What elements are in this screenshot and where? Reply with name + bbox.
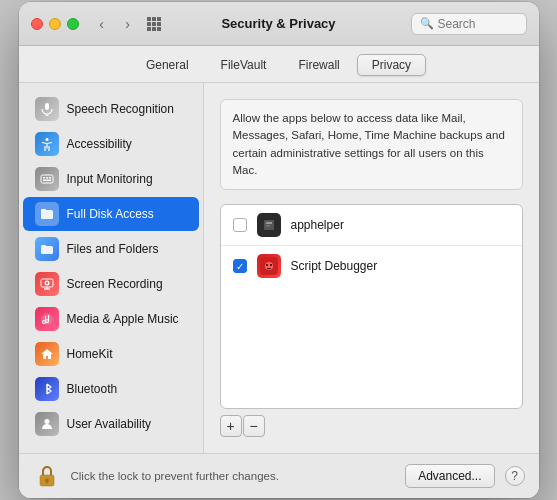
svg-point-26 (266, 264, 268, 266)
sidebar-item-accessibility[interactable]: Accessibility (23, 127, 199, 161)
search-input[interactable] (438, 17, 518, 31)
svg-rect-23 (266, 225, 270, 227)
window-title: Security & Privacy (221, 16, 335, 31)
forward-button[interactable]: › (117, 13, 139, 35)
add-app-button[interactable]: + (220, 415, 242, 437)
script-debugger-checkbox[interactable]: ✓ (233, 259, 247, 273)
svg-rect-10 (41, 209, 46, 212)
svg-rect-4 (41, 175, 53, 183)
svg-rect-32 (46, 481, 48, 484)
app-list: apphelper ✓ (220, 204, 523, 409)
footer: Click the lock to prevent further change… (19, 453, 539, 498)
apphelper-icon (257, 213, 281, 237)
nav-buttons: ‹ › (91, 13, 139, 35)
sidebar-item-bluetooth[interactable]: Bluetooth (23, 372, 199, 406)
sidebar-label-music: Media & Apple Music (67, 312, 179, 326)
sidebar-label-files: Files and Folders (67, 242, 159, 256)
sidebar-label-homekit: HomeKit (67, 347, 113, 361)
media-music-icon (35, 307, 59, 331)
maximize-button[interactable] (67, 18, 79, 30)
sidebar-item-input-monitoring[interactable]: Input Monitoring (23, 162, 199, 196)
tabs-bar: General FileVault Firewall Privacy (19, 46, 539, 83)
grid-icon (147, 17, 161, 31)
remove-app-button[interactable]: − (243, 415, 265, 437)
search-icon: 🔍 (420, 17, 434, 30)
app-item-apphelper: apphelper (221, 205, 522, 246)
sidebar-item-full-disk-access[interactable]: Full Disk Access (23, 197, 199, 231)
sidebar-item-screen-recording[interactable]: Screen Recording (23, 267, 199, 301)
tab-filevault[interactable]: FileVault (206, 54, 282, 76)
traffic-lights (31, 18, 79, 30)
apphelper-name: apphelper (291, 218, 344, 232)
script-debugger-name: Script Debugger (291, 259, 378, 273)
list-actions: + − (220, 415, 523, 437)
close-button[interactable] (31, 18, 43, 30)
sidebar-item-media-apple-music[interactable]: Media & Apple Music (23, 302, 199, 336)
grid-button[interactable] (143, 13, 165, 35)
sidebar-label-user: User Availability (67, 417, 151, 431)
full-disk-access-icon (35, 202, 59, 226)
tab-firewall[interactable]: Firewall (283, 54, 354, 76)
speech-recognition-icon (35, 97, 59, 121)
lock-icon[interactable] (33, 462, 61, 490)
screen-recording-icon (35, 272, 59, 296)
sidebar-label-fulldisk: Full Disk Access (67, 207, 154, 221)
svg-rect-6 (46, 177, 48, 179)
main-panel: Allow the apps below to access data like… (204, 83, 539, 453)
input-monitoring-icon (35, 167, 59, 191)
homekit-icon (35, 342, 59, 366)
svg-rect-0 (45, 103, 49, 110)
help-button[interactable]: ? (505, 466, 525, 486)
sidebar-label-screen: Screen Recording (67, 277, 163, 291)
sidebar-label-input: Input Monitoring (67, 172, 153, 186)
titlebar: ‹ › Security & Privacy 🔍 (19, 2, 539, 46)
svg-point-3 (45, 138, 48, 141)
svg-line-29 (272, 261, 273, 263)
svg-rect-5 (43, 177, 45, 179)
sidebar-item-homekit[interactable]: HomeKit (23, 337, 199, 371)
description-text: Allow the apps below to access data like… (220, 99, 523, 190)
minimize-button[interactable] (49, 18, 61, 30)
svg-point-27 (270, 264, 272, 266)
bluetooth-icon (35, 377, 59, 401)
advanced-button[interactable]: Advanced... (405, 464, 494, 488)
lock-text: Click the lock to prevent further change… (71, 470, 396, 482)
svg-point-15 (46, 282, 48, 284)
main-window: ‹ › Security & Privacy 🔍 General FileVau… (19, 2, 539, 498)
sidebar: Speech Recognition Accessibility (19, 83, 204, 453)
svg-rect-12 (41, 245, 46, 247)
svg-point-19 (44, 419, 49, 424)
tab-general[interactable]: General (131, 54, 204, 76)
search-box[interactable]: 🔍 (411, 13, 527, 35)
tab-privacy[interactable]: Privacy (357, 54, 426, 76)
svg-rect-22 (266, 222, 272, 224)
sidebar-label-accessibility: Accessibility (67, 137, 132, 151)
sidebar-item-user-availability[interactable]: User Availability (23, 407, 199, 441)
svg-rect-7 (49, 177, 51, 179)
accessibility-icon (35, 132, 59, 156)
user-availability-icon (35, 412, 59, 436)
sidebar-item-files-and-folders[interactable]: Files and Folders (23, 232, 199, 266)
svg-rect-11 (41, 246, 53, 254)
app-item-script-debugger: ✓ Script Debugger (221, 246, 522, 286)
content-area: Speech Recognition Accessibility (19, 83, 539, 453)
files-folders-icon (35, 237, 59, 261)
sidebar-label-speech: Speech Recognition (67, 102, 174, 116)
sidebar-item-speech-recognition[interactable]: Speech Recognition (23, 92, 199, 126)
back-button[interactable]: ‹ (91, 13, 113, 35)
svg-rect-8 (43, 180, 51, 182)
apphelper-checkbox[interactable] (233, 218, 247, 232)
svg-line-28 (265, 261, 266, 263)
script-debugger-icon (257, 254, 281, 278)
sidebar-label-bluetooth: Bluetooth (67, 382, 118, 396)
